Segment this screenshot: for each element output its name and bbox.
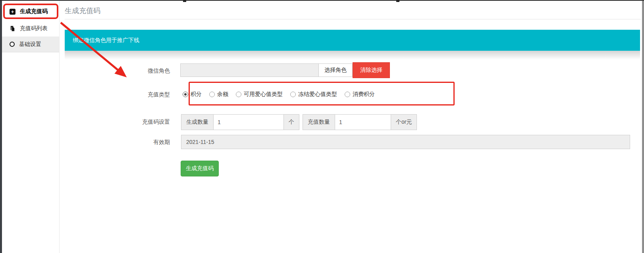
radio-icon[interactable]	[236, 92, 241, 97]
generate-count-group: 生成数量 个	[181, 114, 299, 130]
panel-header-text: 绑定微信角色用于推广下线	[73, 37, 139, 44]
clear-selection-button[interactable]: 清除选择	[353, 62, 390, 78]
scrollbar[interactable]	[642, 0, 644, 253]
generate-count-unit: 个	[283, 114, 299, 130]
top-border	[0, 0, 644, 1]
recharge-type-radio-group: 积分 余额 可用爱心值类型 冻结爱心值类型 消费积分	[183, 91, 375, 98]
radio-icon[interactable]	[345, 92, 350, 97]
circle-icon	[10, 42, 15, 47]
recharge-type-label: 充值类型	[118, 91, 170, 98]
select-role-button[interactable]: 选择角色	[318, 63, 353, 77]
recharge-amount-unit: 个or元	[391, 114, 417, 130]
generate-count-input[interactable]	[214, 114, 283, 130]
radio-option-frozen-love-value[interactable]: 冻结爱心值类型	[290, 91, 337, 98]
panel-header: 绑定微信角色用于推广下线	[65, 30, 640, 51]
radio-label: 可用爱心值类型	[244, 91, 283, 98]
radio-label: 积分	[191, 91, 202, 98]
radio-option-available-love-value[interactable]: 可用爱心值类型	[236, 91, 283, 98]
wechat-role-label: 微信角色	[118, 67, 170, 75]
top-border-notch	[183, 0, 186, 2]
main-content: 生成充值码 绑定微信角色用于推广下线 微信角色 选择角色 清除选择 充值类型 积…	[60, 1, 642, 253]
recharge-amount-addon: 充值数量	[303, 114, 335, 130]
code-settings-label: 充值码设置	[118, 119, 170, 126]
sidebar-item-label: 基础设置	[19, 41, 41, 48]
radio-option-balance[interactable]: 余额	[209, 91, 228, 98]
radio-icon[interactable]	[183, 92, 188, 97]
sidebar: + 生成充值码 充值码列表 基础设置	[2, 1, 60, 253]
generate-code-button[interactable]: 生成充值码	[181, 161, 219, 176]
radio-label: 冻结爱心值类型	[298, 91, 337, 98]
collapsed-nav-strip	[0, 0, 2, 253]
top-border-notch	[396, 0, 399, 2]
sidebar-item-basic-settings[interactable]: 基础设置	[2, 36, 59, 52]
title-divider	[65, 19, 641, 19]
copy-icon	[10, 25, 15, 32]
sidebar-item-label: 充值码列表	[20, 25, 48, 32]
generate-count-addon: 生成数量	[181, 114, 214, 130]
recharge-amount-input[interactable]	[335, 114, 391, 130]
radio-label: 余额	[217, 91, 228, 98]
plus-square-icon: +	[10, 9, 15, 15]
page-title: 生成充值码	[65, 6, 100, 15]
radio-label: 消费积分	[353, 91, 375, 98]
validity-label: 有效期	[118, 139, 170, 146]
validity-date-input[interactable]	[181, 135, 630, 149]
recharge-amount-group: 充值数量 个or元	[303, 114, 417, 130]
wechat-role-input[interactable]	[180, 63, 319, 77]
sidebar-item-label: 生成充值码	[20, 8, 48, 15]
radio-option-consume-points[interactable]: 消费积分	[345, 91, 375, 98]
radio-icon[interactable]	[290, 92, 296, 97]
panel-header-shadow	[65, 51, 640, 59]
radio-icon[interactable]	[209, 92, 215, 97]
radio-option-points[interactable]: 积分	[183, 91, 202, 98]
sidebar-item-generate-code[interactable]: + 生成充值码	[2, 4, 59, 19]
sidebar-item-code-list[interactable]: 充值码列表	[2, 21, 59, 36]
